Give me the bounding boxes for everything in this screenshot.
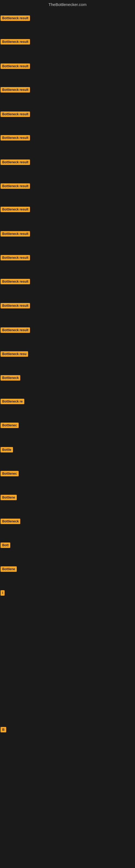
bottleneck-item: Bottleneck result [1,39,30,45]
bottleneck-item: Bottleneck result [1,159,30,166]
bottleneck-badge[interactable]: Bottleneck result [1,135,30,141]
bottleneck-item: Bottleneck result [1,183,30,190]
bottleneck-item: Bottleneck result [1,87,30,94]
bottleneck-item: Bottleneck result [1,303,30,310]
bottleneck-item: Bottlene [1,566,17,573]
bottleneck-badge[interactable]: Bottleneck [1,519,20,524]
bottleneck-badge[interactable]: Bottlenec [1,471,18,476]
bottleneck-badge[interactable]: Bottle [1,447,13,453]
bottleneck-badge[interactable]: Bottleneck result [1,328,30,333]
bottleneck-item: Bottlenec [1,423,18,429]
bottleneck-item: Bottleneck result [1,279,30,285]
bottleneck-item: B [1,727,6,734]
bottleneck-badge[interactable]: Bott [1,542,10,548]
bottleneck-badge[interactable]: Bottleneck result [1,63,30,69]
bottleneck-badge[interactable]: Bottleneck result [1,159,30,165]
bottleneck-item: I [1,590,5,597]
bottleneck-badge[interactable]: Bottleneck result [1,16,30,21]
bottleneck-item: Bottleneck result [1,207,30,213]
bottleneck-badge[interactable]: I [1,590,5,596]
site-title: TheBottlenecker.com [49,2,87,7]
bottleneck-item: Bottleneck result [1,328,30,334]
bottleneck-badge[interactable]: Bottleneck result [1,207,30,212]
bottleneck-badge[interactable]: Bottleneck result [1,87,30,93]
site-header: TheBottlenecker.com [0,0,135,10]
bottleneck-item: Bottleneck result [1,135,30,142]
page-wrapper: TheBottlenecker.com [0,0,135,10]
bottleneck-badge[interactable]: Bottleneck result [1,303,30,308]
bottleneck-badge[interactable]: Bottlene [1,566,17,572]
bottleneck-badge[interactable]: Bottleneck result [1,255,30,260]
bottleneck-badge[interactable]: Bottleneck [1,375,20,380]
bottleneck-badge[interactable]: Bottleneck re [1,399,24,404]
bottleneck-item: Bottleneck [1,375,20,382]
bottleneck-item: Bottleneck result [1,16,30,22]
bottleneck-item: Bottlene [1,495,17,501]
bottleneck-item: Bottleneck result [1,63,30,70]
bottleneck-item: Bottleneck result [1,112,30,118]
bottleneck-badge[interactable]: Bottlene [1,495,17,500]
bottleneck-badge[interactable]: B [1,727,6,733]
bottleneck-item: Bottleneck [1,519,20,525]
bottleneck-item: Bottlenec [1,471,18,477]
bottleneck-badge[interactable]: Bottleneck result [1,231,30,237]
bottleneck-item: Bottleneck result [1,255,30,261]
bottleneck-badge[interactable]: Bottleneck result [1,279,30,284]
bottleneck-badge[interactable]: Bottleneck result [1,112,30,117]
bottleneck-item: Bottleneck result [1,231,30,238]
bottleneck-item: Bottle [1,447,13,454]
bottleneck-badge[interactable]: Bottleneck result [1,39,30,44]
bottleneck-item: Bott [1,542,10,549]
bottleneck-item: Bottleneck re [1,399,24,405]
bottleneck-badge[interactable]: Bottleneck resu [1,351,28,357]
bottleneck-badge[interactable]: Bottleneck result [1,183,30,189]
bottleneck-badge[interactable]: Bottlenec [1,423,18,428]
bottleneck-item: Bottleneck resu [1,351,28,358]
